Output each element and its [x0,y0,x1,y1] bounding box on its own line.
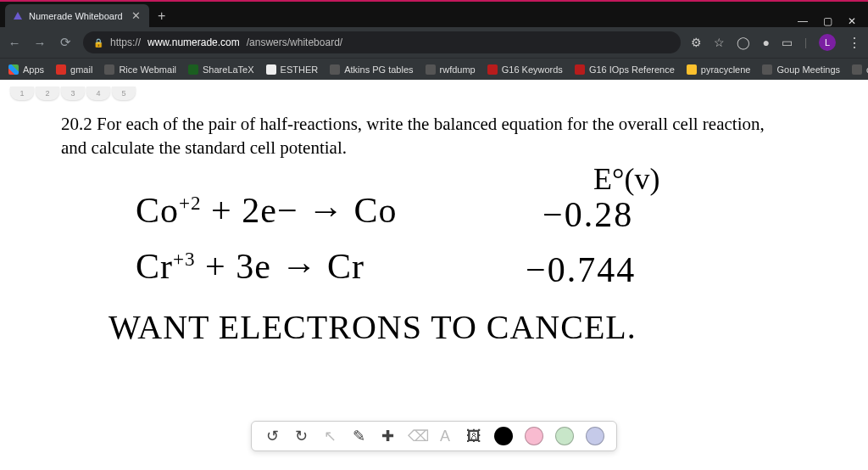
bookmark-label: pyracyclene [701,64,751,75]
bookmark-item[interactable]: conv [852,64,868,75]
numerade-favicon [14,12,22,20]
browser-menu-button[interactable]: ⋮ [848,35,861,51]
color-swatch-green[interactable] [555,427,574,445]
bookmark-label: rwfdump [440,64,476,75]
page-tab-4[interactable]: 4 [86,87,110,100]
toolbar-divider: | [804,36,807,48]
mail-icon [104,64,114,75]
url-host: www.numerade.com [147,36,240,48]
eraser-tool[interactable]: ⌫ [408,427,425,445]
bookmark-star-icon[interactable]: ☆ [714,36,725,49]
display-icon[interactable]: ▭ [782,36,793,49]
back-button[interactable]: ← [7,36,22,50]
esther-icon [266,64,276,75]
redo-button[interactable]: ↻ [292,427,309,445]
hw-note: WANT ELECTRONS TO CANCEL. [108,307,637,347]
new-tab-button[interactable]: + [149,5,174,27]
latex-icon [188,64,198,75]
bookmark-item[interactable]: G16 IOps Reference [575,64,675,75]
bookmark-label: G16 IOps Reference [589,64,675,75]
bookmark-item[interactable]: Atkins PG tables [330,64,413,75]
site-icon [852,64,862,75]
page-tab-3[interactable]: 3 [61,87,85,100]
whiteboard-toolbar: ↺ ↻ ↖ ✎ ✚ ⌫ A 🖼 [251,421,617,451]
color-swatch-black[interactable] [494,427,513,445]
hw-potential-1: −0.28 [542,194,633,235]
bookmark-item[interactable]: gmail [56,64,92,75]
hw-potential-header: E°(v) [593,161,659,197]
tab-bar: Numerade Whiteboard ✕ + — ▢ ✕ [0,0,868,27]
apps-icon [8,64,19,75]
forward-button[interactable]: → [32,36,47,50]
bookmark-item[interactable]: G16 Keywords [487,64,563,75]
color-swatch-purple[interactable] [586,427,604,445]
window-maximize-button[interactable]: ▢ [823,15,832,27]
circle-icon[interactable]: ◯ [737,36,750,49]
page-tab-5[interactable]: 5 [112,87,136,100]
bookmark-label: ShareLaTeX [203,64,254,75]
site-icon [330,64,340,75]
hw-equation-2: Cr+3 + 3e → Cr [136,246,364,287]
problem-body: For each of the pair of half-reactions, … [61,114,765,158]
bookmark-item[interactable]: Apps [8,64,44,75]
gaussian-icon [575,64,585,75]
bookmark-item[interactable]: Rice Webmail [104,64,176,75]
reload-button[interactable]: ⟳ [58,35,73,50]
text-tool[interactable]: A [437,428,453,445]
gmail-icon [56,64,66,75]
url-scheme: https:// [110,36,141,48]
page-tabs: 1 2 3 4 5 [10,87,136,100]
bookmark-item[interactable]: pyracyclene [687,64,751,75]
hw-equation-1: Co+2 + 2e− → Co [136,190,398,231]
site-icon [762,64,772,75]
problem-number: 20.2 [61,114,92,134]
tab-title: Numerade Whiteboard [29,11,123,21]
whiteboard-canvas[interactable]: 1 2 3 4 5 20.2 For each of the pair of h… [0,80,868,470]
bookmark-item[interactable]: rwfdump [426,64,476,75]
add-tool[interactable]: ✚ [379,427,396,445]
address-bar[interactable]: 🔒 https://www.numerade.com/answers/white… [83,31,681,53]
hw-potential-2: −0.744 [526,249,636,290]
window-minimize-button[interactable]: — [798,15,808,27]
extension-icon[interactable]: ⚙ [691,36,702,49]
page-tab-1[interactable]: 1 [10,87,34,100]
bookmark-label: G16 Keywords [502,64,563,75]
page-tab-2[interactable]: 2 [36,87,59,100]
problem-statement: 20.2 For each of the pair of half-reacti… [61,112,790,160]
window-close-button[interactable]: ✕ [848,15,856,27]
image-tool[interactable]: 🖼 [465,428,482,445]
select-tool[interactable]: ↖ [321,427,338,445]
tab-close-icon[interactable]: ✕ [131,9,141,22]
dot-icon[interactable]: ● [762,36,769,49]
bookmark-label: Atkins PG tables [344,64,413,75]
profile-avatar[interactable]: L [819,34,836,51]
color-swatch-pink[interactable] [525,427,543,445]
bookmark-label: Goup Meetings [776,64,840,75]
bookmark-label: gmail [70,64,92,75]
bookmark-item[interactable]: ESTHER [266,64,319,75]
url-path: /answers/whiteboard/ [247,36,342,48]
browser-tab[interactable]: Numerade Whiteboard ✕ [5,4,149,27]
gaussian-icon [487,64,498,75]
bookmark-item[interactable]: Goup Meetings [762,64,840,75]
bookmark-label: Apps [23,64,44,75]
bookmark-item[interactable]: ShareLaTeX [188,64,254,75]
nav-toolbar: ← → ⟳ 🔒 https://www.numerade.com/answers… [0,27,868,58]
lock-icon: 🔒 [93,38,103,48]
bookmarks-bar: Apps gmail Rice Webmail ShareLaTeX ESTHE… [0,58,868,80]
pen-tool[interactable]: ✎ [350,427,367,445]
bookmark-label: ESTHER [281,64,319,75]
site-icon [426,64,436,75]
folder-icon [687,64,697,75]
bookmark-label: Rice Webmail [119,64,176,75]
undo-button[interactable]: ↺ [264,427,281,445]
